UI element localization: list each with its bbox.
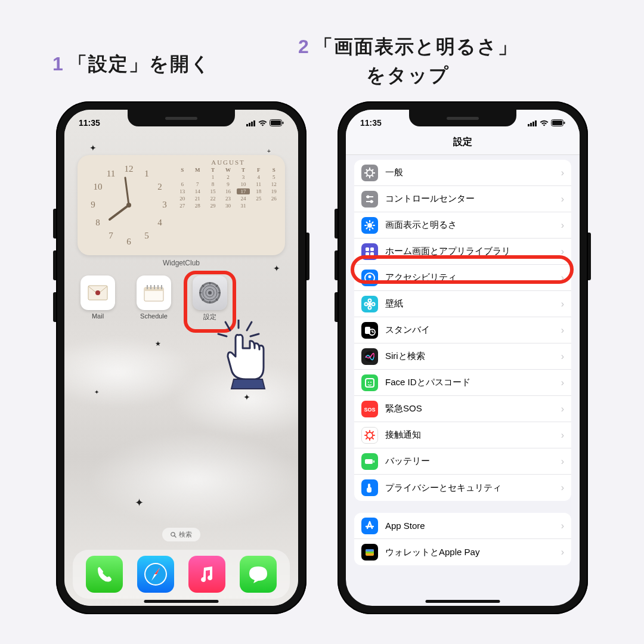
app-settings[interactable]: 設定	[190, 275, 230, 321]
widget-label: WidgetClub	[64, 259, 298, 267]
step-1-number: 1	[52, 53, 64, 75]
clock-calendar-widget[interactable]: 1212 345 678 91011 AUGUST SMTWTFS1234567…	[78, 155, 285, 255]
settings-row[interactable]: コントロールセンター›	[354, 186, 571, 212]
svg-rect-57	[532, 122, 534, 126]
svg-rect-113	[365, 459, 373, 464]
svg-text:5: 5	[144, 231, 149, 240]
svg-point-49	[171, 532, 175, 535]
svg-text:11: 11	[107, 169, 115, 178]
settings-row[interactable]: Siriと検索›	[354, 343, 571, 370]
chevron-right-icon: ›	[561, 377, 564, 388]
settings-row-label: アクセシビリティ	[385, 272, 457, 283]
settings-row[interactable]: 画面表示と明るさ›	[354, 212, 571, 239]
chevron-right-icon: ›	[561, 325, 564, 336]
home-app-row: Mail Schedule	[78, 275, 230, 321]
hand-icon	[361, 479, 378, 496]
svg-line-112	[366, 437, 368, 439]
settings-row[interactable]: プライバシーとセキュリティ›	[354, 475, 571, 501]
settings-row[interactable]: アクセシビリティ›	[354, 265, 571, 291]
home-indicator[interactable]	[426, 600, 500, 603]
virus-icon	[361, 427, 378, 444]
settings-row[interactable]: 一般›	[354, 160, 571, 186]
svg-line-111	[372, 432, 374, 434]
svg-line-109	[366, 432, 368, 434]
mini-calendar: AUGUST SMTWTFS12345678910111213141516171…	[176, 155, 285, 255]
chevron-right-icon: ›	[561, 168, 564, 178]
svg-point-75	[367, 223, 372, 228]
settings-row[interactable]: SOS緊急SOS›	[354, 396, 571, 422]
svg-line-70	[366, 175, 367, 177]
step-1-text: 「設定」を開く	[68, 53, 211, 75]
settings-group-2: App Store›ウォレットとApple Pay›	[354, 513, 571, 565]
chevron-right-icon: ›	[561, 404, 564, 414]
svg-point-92	[369, 306, 371, 309]
svg-rect-100	[366, 379, 374, 387]
svg-text:10: 10	[94, 182, 103, 191]
app-mail[interactable]: Mail	[78, 275, 118, 321]
appstore-icon	[361, 518, 378, 534]
settings-app-icon[interactable]	[193, 275, 227, 310]
settings-row-label: 緊急SOS	[385, 403, 422, 414]
svg-rect-117	[366, 552, 374, 553]
cellular-icon	[246, 120, 256, 126]
settings-row-label: App Store	[385, 521, 425, 531]
chevron-right-icon: ›	[561, 521, 564, 531]
settings-row[interactable]: ホーム画面とアプリライブラリ›	[354, 239, 571, 265]
calendar-month: AUGUST	[176, 159, 280, 166]
settings-screen: 11:35 設定 一般›コントロールセンター›画面表示と明るさ›ホーム画面とアプ…	[346, 110, 580, 606]
settings-row-label: ホーム画面とアプリライブラリ	[385, 246, 510, 257]
star-decor: ✦	[243, 392, 250, 402]
mail-app-icon[interactable]	[80, 275, 115, 310]
home-indicator[interactable]	[144, 600, 219, 603]
svg-line-47	[218, 334, 227, 336]
settings-row[interactable]: 壁紙›	[354, 291, 571, 317]
chevron-right-icon: ›	[561, 273, 564, 283]
settings-row[interactable]: スタンバイ›	[354, 317, 571, 343]
search-label: 検索	[179, 530, 192, 539]
sliders-icon	[361, 191, 378, 208]
settings-row[interactable]: 接触通知›	[354, 422, 571, 448]
star-decor: ✦	[89, 143, 97, 153]
chevron-right-icon: ›	[561, 194, 564, 205]
wifi-icon	[258, 120, 267, 126]
settings-row-label: 画面表示と明るさ	[385, 219, 457, 231]
svg-text:9: 9	[91, 200, 95, 209]
phone-notch	[409, 110, 516, 126]
wallet-icon	[361, 544, 378, 561]
dock-phone-icon[interactable]	[86, 556, 123, 593]
settings-row[interactable]: App Store›	[354, 513, 571, 539]
clock-icon	[361, 322, 378, 339]
sun-icon	[361, 217, 378, 234]
step-1-caption: 1「設定」を開く	[52, 51, 211, 78]
settings-list[interactable]: 一般›コントロールセンター›画面表示と明るさ›ホーム画面とアプリライブラリ›アク…	[346, 155, 580, 606]
settings-row[interactable]: バッテリー›	[354, 448, 571, 475]
home-search[interactable]: 検索	[162, 528, 200, 541]
flower-icon	[361, 296, 378, 312]
settings-row[interactable]: ウォレットとApple Pay›	[354, 539, 571, 565]
phone-screen: 11:35 ✦ + ✦ ★ ✦ ✦ ✦	[64, 110, 298, 606]
dock-safari-icon[interactable]	[137, 556, 174, 593]
battery-icon	[361, 453, 378, 470]
chevron-right-icon: ›	[561, 456, 564, 467]
search-icon	[171, 532, 177, 538]
svg-rect-55	[528, 124, 530, 126]
settings-row-label: 接触通知	[385, 429, 421, 441]
svg-point-101	[368, 382, 369, 383]
svg-rect-61	[564, 122, 565, 124]
svg-point-23	[95, 290, 100, 295]
svg-rect-0	[246, 124, 248, 126]
schedule-app-icon[interactable]	[137, 275, 171, 310]
svg-line-20	[125, 178, 129, 205]
settings-row[interactable]: Face IDとパスコード›	[354, 370, 571, 396]
app-schedule[interactable]: Schedule	[134, 275, 174, 321]
settings-row-label: コントロールセンター	[385, 193, 475, 205]
svg-rect-86	[366, 252, 369, 256]
svg-rect-1	[249, 123, 250, 126]
person-icon	[361, 270, 378, 286]
dock-messages-icon[interactable]	[240, 556, 277, 593]
svg-rect-114	[373, 460, 374, 463]
svg-text:12: 12	[125, 164, 134, 174]
dock-music-icon[interactable]	[188, 556, 225, 593]
sos-icon: SOS	[361, 401, 378, 417]
svg-rect-60	[552, 120, 562, 125]
